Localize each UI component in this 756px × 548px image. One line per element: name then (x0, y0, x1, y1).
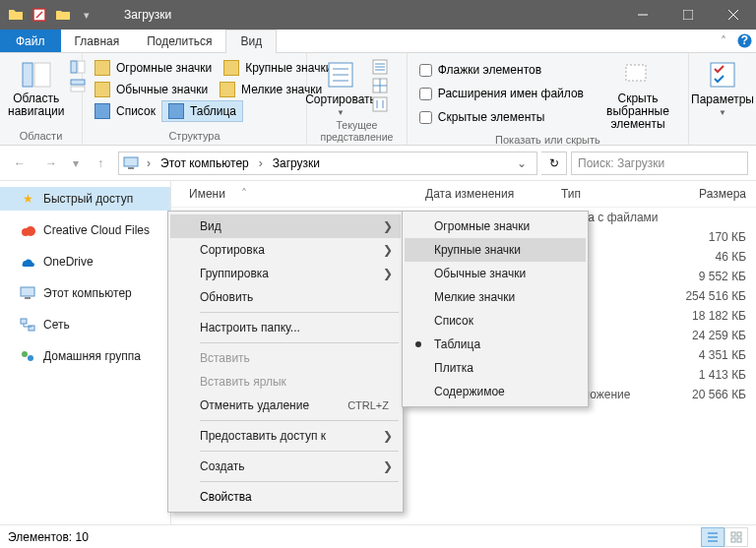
layout-details[interactable]: Таблица (161, 100, 243, 122)
sidebar-quick-access[interactable]: ★Быстрый доступ (0, 187, 170, 211)
folder-icon (8, 7, 24, 23)
cm-refresh[interactable]: Обновить (170, 285, 401, 309)
recent-dropdown[interactable]: ▾ (69, 150, 83, 177)
layout-list[interactable]: Список (89, 100, 161, 122)
col-type[interactable]: Тип (561, 187, 679, 201)
navigation-pane-button[interactable]: Область навигации (6, 57, 66, 118)
svg-rect-27 (737, 532, 741, 536)
shortcut-label: CTRL+Z (347, 399, 389, 411)
sidebar-creative-cloud[interactable]: Creative Cloud Files (0, 218, 170, 242)
help-icon[interactable]: ? (732, 30, 756, 52)
address-bar[interactable]: Этот компьютер Загрузки ⌄ (118, 152, 537, 175)
context-submenu-view: Огромные значки Крупные значки Обычные з… (402, 211, 589, 407)
minimize-button[interactable] (620, 0, 665, 30)
svg-rect-1 (683, 10, 693, 20)
layout-group-label: Структура (89, 128, 300, 145)
chk-hidden-items[interactable]: Скрытые элементы (413, 106, 590, 128)
tab-home[interactable]: Главная (61, 30, 134, 52)
size-columns-icon[interactable] (372, 96, 388, 112)
group-by-icon[interactable] (372, 59, 388, 75)
svg-rect-20 (21, 287, 34, 296)
hide-selected-button[interactable]: Скрыть выбранные элементы (594, 57, 682, 132)
sm-large[interactable]: Крупные значки (405, 238, 586, 262)
sm-extra-large[interactable]: Огромные значки (405, 214, 586, 238)
homegroup-icon (20, 348, 35, 364)
svg-rect-21 (25, 297, 31, 299)
qat-dropdown-icon[interactable]: ▾ (79, 7, 94, 23)
sort-asc-icon: ˄ (241, 187, 247, 201)
cm-customize[interactable]: Настроить папку... (170, 316, 401, 339)
cm-share-with[interactable]: Предоставить доступ к❯ (170, 424, 401, 448)
layout-medium[interactable]: Обычные значки (89, 79, 214, 100)
crumb-downloads[interactable]: Загрузки (271, 156, 322, 170)
crumb-pc[interactable]: Этот компьютер (158, 156, 251, 170)
qat-new-folder-icon[interactable] (55, 7, 71, 23)
chk-file-extensions[interactable]: Расширения имен файлов (413, 83, 590, 104)
refresh-button[interactable]: ↻ (541, 152, 567, 175)
svg-point-19 (26, 226, 35, 236)
ribbon: Область навигации Области Огромные значк… (0, 53, 756, 146)
svg-rect-28 (731, 538, 735, 542)
current-view-group-label: Текущее представление (313, 117, 401, 146)
pc-icon (20, 285, 35, 301)
search-placeholder: Поиск: Загрузки (578, 156, 664, 170)
maximize-button[interactable] (665, 0, 711, 30)
ribbon-collapse-icon[interactable]: ˄ (715, 30, 732, 52)
chevron-right-icon: ❯ (383, 267, 393, 280)
cm-sort[interactable]: Сортировка❯ (170, 238, 401, 262)
layout-extra-large[interactable]: Огромные значки (89, 57, 218, 79)
sidebar-network[interactable]: Сеть (0, 313, 170, 336)
close-button[interactable] (711, 0, 756, 30)
tab-view[interactable]: Вид (225, 30, 277, 52)
panes-group-label: Области (6, 128, 76, 145)
item-count: Элементов: 10 (8, 530, 89, 544)
sort-button[interactable]: Сортировать ▼ (313, 57, 368, 117)
chevron-right-icon: ❯ (383, 219, 393, 233)
chk-item-checkboxes[interactable]: Флажки элементов (413, 59, 590, 81)
cm-paste: Вставить (170, 346, 401, 370)
file-size: 46 КБ (679, 250, 746, 264)
sidebar-this-pc[interactable]: Этот компьютер (0, 281, 170, 305)
address-dropdown-icon[interactable]: ⌄ (511, 156, 533, 170)
col-date[interactable]: Дата изменения (425, 187, 561, 201)
svg-rect-5 (34, 63, 50, 87)
tab-file[interactable]: Файл (0, 30, 61, 52)
options-button[interactable]: Параметры ▼ (695, 57, 750, 117)
status-details-view[interactable] (701, 527, 724, 547)
cm-undo-delete[interactable]: Отменить удалениеCTRL+Z (170, 394, 401, 417)
status-icons-view[interactable] (724, 527, 748, 547)
svg-rect-13 (373, 97, 387, 111)
pc-icon (123, 155, 139, 171)
col-size[interactable]: Размера (679, 187, 746, 201)
column-headers[interactable]: Имени˄ Дата изменения Тип Размера (171, 181, 756, 208)
sm-medium[interactable]: Обычные значки (405, 262, 586, 285)
file-size: 4 351 КБ (679, 348, 746, 362)
sidebar-onedrive[interactable]: OneDrive (0, 250, 170, 274)
sm-list[interactable]: Список (405, 309, 586, 333)
file-size: 254 516 КБ (679, 289, 746, 303)
cm-new[interactable]: Создать❯ (170, 455, 401, 478)
sm-details[interactable]: Таблица (405, 333, 586, 356)
creative-cloud-icon (20, 222, 35, 238)
sidebar-homegroup[interactable]: Домашняя группа (0, 344, 170, 368)
sm-content[interactable]: Содержимое (405, 380, 586, 403)
back-button[interactable]: ← (6, 150, 33, 177)
properties-icon[interactable] (32, 7, 47, 23)
svg-rect-16 (124, 157, 138, 166)
file-size: 18 182 КБ (679, 309, 746, 323)
sm-tiles[interactable]: Плитка (405, 356, 586, 380)
sm-small[interactable]: Мелкие значки (405, 285, 586, 309)
add-columns-icon[interactable] (372, 78, 388, 93)
onedrive-icon (20, 254, 35, 270)
svg-rect-6 (71, 61, 77, 73)
tab-share[interactable]: Поделиться (133, 30, 225, 52)
search-box[interactable]: Поиск: Загрузки (571, 152, 748, 175)
col-name[interactable]: Имени (189, 187, 225, 201)
file-size: 20 566 КБ (679, 388, 746, 401)
forward-button[interactable]: → (37, 150, 65, 177)
cm-properties[interactable]: Свойства (170, 485, 401, 509)
cm-group[interactable]: Группировка❯ (170, 262, 401, 285)
cm-view[interactable]: Вид❯ (170, 214, 401, 238)
svg-rect-26 (731, 532, 735, 536)
up-button[interactable]: ↑ (87, 150, 114, 177)
